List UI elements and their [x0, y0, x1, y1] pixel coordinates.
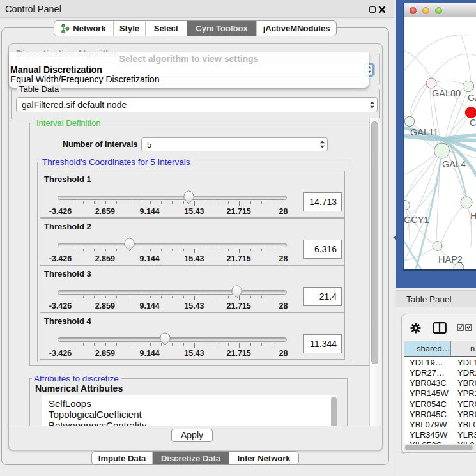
- svg-text:HAP2: HAP2: [438, 254, 463, 265]
- svg-text:GAL80: GAL80: [432, 88, 461, 98]
- svg-text:GAL4: GAL4: [442, 159, 466, 169]
- svg-text:GA: GA: [468, 93, 476, 103]
- svg-text:H: H: [470, 211, 476, 221]
- svg-text:GCY1: GCY1: [404, 215, 429, 225]
- svg-text:GAL11: GAL11: [410, 127, 438, 137]
- svg-text:CD: CD: [470, 118, 476, 128]
